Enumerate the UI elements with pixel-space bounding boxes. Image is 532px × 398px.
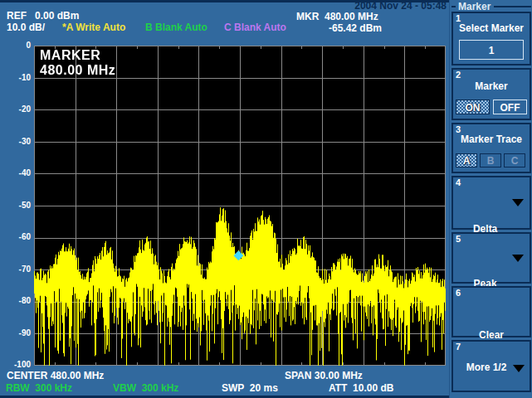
softkey-more[interactable]: 7 More 1/2 — [451, 340, 531, 392]
softkey-clear-all[interactable]: 6 Clear All — [451, 286, 531, 337]
y-axis-label: -100 — [0, 360, 31, 369]
softkey-marker-on-off[interactable]: 2 Marker ON OFF — [451, 68, 531, 120]
y-axis-label: -90 — [0, 328, 31, 337]
y-axis-label: -40 — [0, 168, 31, 177]
softkey-marker-trace[interactable]: 3 Marker Trace A B C — [451, 123, 531, 173]
y-axis-label: -10 — [0, 73, 31, 82]
y-axis-label: -60 — [0, 232, 31, 241]
softkey-label: Marker Trace — [453, 133, 530, 145]
trace-a-status: *A Write Auto — [62, 22, 125, 33]
graph-marker-freq: 480.00 MHz — [40, 63, 115, 78]
ref-level-readout: REF 0.00 dBm — [7, 11, 79, 22]
datetime-readout: 2004 Nov 24 - 05:48 — [324, 1, 447, 12]
softkey-number: 5 — [456, 234, 461, 244]
spectrum-trace — [34, 46, 446, 366]
trace-c-status: C Blank Auto — [224, 22, 286, 33]
dropdown-arrow-icon — [513, 365, 525, 372]
select-marker-value-button[interactable]: 1 — [459, 40, 524, 60]
marker-diamond-icon: ◆ — [234, 249, 243, 260]
center-freq-readout: CENTER 480.00 MHz — [7, 371, 104, 381]
y-axis-label: -30 — [0, 137, 31, 146]
softkey-label: Marker — [453, 80, 530, 92]
title-rule-right — [494, 6, 531, 7]
dropdown-arrow-icon — [512, 255, 524, 262]
softkey-peak-menu[interactable]: 5 Peak Menu — [451, 232, 531, 284]
spectrum-analyzer-screen: REF 0.00 dBm 10.0 dB/ *A Write Auto B Bl… — [0, 0, 532, 398]
softkey-number: 6 — [456, 288, 461, 298]
marker-freq-readout: MKR 480.00 MHz — [296, 12, 378, 22]
y-axis-label: 0 — [0, 41, 31, 50]
menu-title-label: Marker — [458, 1, 491, 12]
softkey-label: Select Marker — [453, 22, 530, 34]
y-axis-label: -70 — [0, 265, 31, 274]
graph-area: MARKER 480.00 MHz ◆ — [34, 46, 446, 366]
trace-c-button[interactable]: C — [504, 153, 525, 167]
marker-on-button[interactable]: ON — [456, 100, 490, 114]
trace-b-status: B Blank Auto — [145, 22, 207, 33]
rbw-readout: RBW 300 kHz — [6, 383, 72, 394]
graph-marker-annotation: MARKER 480.00 MHz — [40, 48, 115, 78]
softkey-delta-mode[interactable]: 4 Delta Mode — [451, 176, 531, 230]
trace-b-button[interactable]: B — [480, 153, 501, 167]
softkey-number: 4 — [456, 177, 461, 187]
menu-title: Marker — [451, 1, 531, 12]
softkey-select-marker[interactable]: 1 Select Marker 1 — [451, 12, 531, 66]
y-axis-label: -50 — [0, 201, 31, 210]
graph-marker-title: MARKER — [40, 48, 115, 63]
softkey-menu: Marker 1 Select Marker 1 2 Marker ON OFF… — [449, 0, 532, 398]
y-axis-label: -20 — [0, 104, 31, 114]
softkey-number: 2 — [456, 70, 461, 80]
span-readout: SPAN 30.00 MHz — [285, 371, 363, 381]
softkey-number: 7 — [456, 342, 461, 352]
marker-level-readout: -65.42 dBm — [329, 23, 382, 34]
trace-a-button[interactable]: A — [456, 153, 477, 167]
sweep-readout: SWP 20 ms — [222, 383, 278, 394]
y-axis-label: -80 — [0, 296, 31, 305]
title-rule-left — [451, 6, 456, 7]
vbw-readout: VBW 300 kHz — [113, 383, 178, 394]
scale-per-div-readout: 10.0 dB/ — [7, 22, 45, 33]
marker-off-button[interactable]: OFF — [493, 100, 527, 114]
dropdown-arrow-icon — [512, 199, 524, 206]
attenuation-readout: ATT 10.00 dB — [329, 383, 393, 394]
